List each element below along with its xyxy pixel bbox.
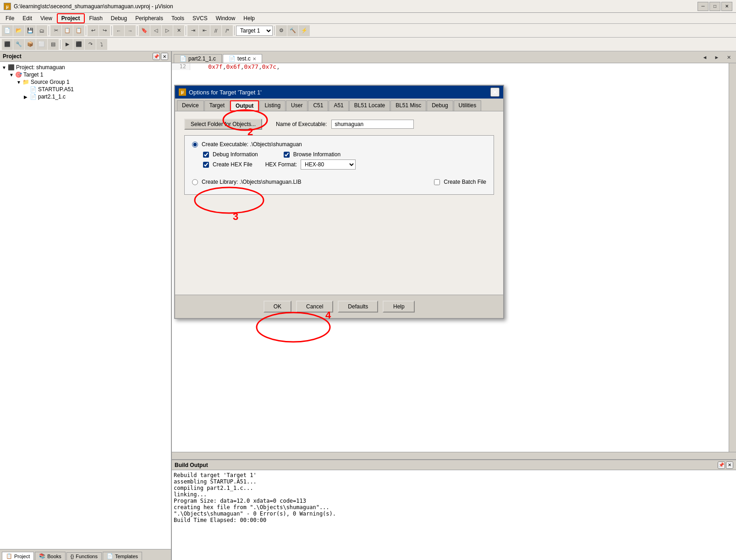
clear-bookmark-btn[interactable]: ✕ [173, 25, 184, 36]
uncomment-btn[interactable]: /* [222, 25, 233, 36]
help-button[interactable]: Help [383, 301, 415, 313]
menu-window[interactable]: Window [212, 13, 239, 23]
tree-root[interactable]: ▼ ⬛ Project: shumaguan [2, 64, 169, 71]
modal-close-button[interactable]: ✕ [490, 88, 500, 97]
editor-scroll-right[interactable]: ► [711, 52, 722, 63]
panel-pin-btn[interactable]: 📌 [153, 53, 160, 60]
cancel-button[interactable]: Cancel [296, 301, 333, 313]
modal-tab-c51[interactable]: C51 [308, 100, 328, 111]
modal-tab-bl51misc[interactable]: BL51 Misc [390, 100, 426, 111]
hex-format-select[interactable]: HEX-80 HEX-386 [301, 159, 356, 170]
save-btn[interactable]: 💾 [25, 25, 36, 36]
new-file-btn[interactable]: 📄 [2, 25, 13, 36]
open-file-btn[interactable]: 📂 [13, 25, 24, 36]
panel-close-btn[interactable]: ✕ [161, 53, 168, 60]
indent-btn[interactable]: ⇥ [187, 25, 198, 36]
modal-tab-device[interactable]: Device [177, 100, 204, 111]
menu-file[interactable]: File [2, 13, 18, 23]
defaults-button[interactable]: Defaults [338, 301, 378, 313]
hex-row: Create HEX File HEX Format: HEX-80 HEX-3… [203, 159, 486, 170]
bookmark-btn[interactable]: 🔖 [139, 25, 150, 36]
menu-tools[interactable]: Tools [168, 13, 188, 23]
checkbox-debug-label: Debug Information [213, 151, 258, 158]
toolbar2-btn2[interactable]: 🔧 [13, 39, 24, 50]
radio-lib[interactable] [192, 179, 198, 185]
editor-scroll-left[interactable]: ◄ [699, 52, 710, 63]
minimize-button[interactable]: ─ [698, 2, 709, 11]
menu-edit[interactable]: Edit [19, 13, 36, 23]
paste-btn[interactable]: 📋 [73, 25, 84, 36]
toolbar2-btn1[interactable]: ⬛ [2, 39, 13, 50]
toolbar2-btn5[interactable]: ▤ [48, 39, 59, 50]
menu-peripherals[interactable]: Peripherals [132, 13, 167, 23]
tab-books[interactable]: 📚 Books [35, 552, 66, 560]
comment-btn[interactable]: // [210, 25, 221, 36]
vertical-scrollbar[interactable] [729, 63, 736, 452]
tree-root-label: Project: shumaguan [16, 64, 65, 71]
root-icon: ⬛ [8, 64, 15, 71]
ok-button[interactable]: OK [264, 301, 291, 313]
flash-btn[interactable]: ⚡ [299, 25, 310, 36]
build-output-close[interactable]: ✕ [726, 461, 733, 469]
save-all-btn[interactable]: 🗂 [36, 25, 47, 36]
radio-exec[interactable] [192, 142, 198, 148]
close-button[interactable]: ✕ [721, 2, 732, 11]
prev-bookmark-btn[interactable]: ◁ [150, 25, 161, 36]
step-btn[interactable]: ↷ [85, 39, 96, 50]
menu-project[interactable]: Project [57, 13, 85, 23]
modal-tab-listing[interactable]: Listing [259, 100, 286, 111]
stop-btn[interactable]: ⬛ [73, 39, 84, 50]
target-select[interactable]: Target 1 [236, 26, 273, 36]
maximize-button[interactable]: □ [709, 2, 720, 11]
checkbox-create-hex[interactable] [203, 162, 209, 168]
tab-templates[interactable]: 📄 Templates [103, 552, 142, 560]
editor-tab-part-label: part2.1_1.c [188, 55, 216, 62]
editor-tab-close[interactable]: ✕ [253, 56, 256, 61]
checkbox-debug-info[interactable] [203, 152, 209, 158]
tab-books-icon: 📚 [39, 553, 45, 559]
menu-debug[interactable]: Debug [107, 13, 131, 23]
checkbox-browse-info[interactable] [284, 152, 290, 158]
modal-tab-bl51locate[interactable]: BL51 Locate [349, 100, 390, 111]
run-btn[interactable]: ▶ [62, 39, 73, 50]
tree-file-startup[interactable]: 📄 STARTUP.A51 [2, 86, 169, 93]
modal-tab-utilities[interactable]: Utilities [454, 100, 482, 111]
stepover-btn[interactable]: ⤵ [96, 39, 107, 50]
redo-btn[interactable]: ↪ [99, 25, 110, 36]
unindent-btn[interactable]: ⇤ [199, 25, 210, 36]
tree-file-part[interactable]: ▶ 📄 part2.1_1.c [2, 93, 169, 100]
modal-tab-target[interactable]: Target [204, 100, 230, 111]
tree-target[interactable]: ▼ 🎯 Target 1 [2, 71, 169, 78]
editor-tab-part[interactable]: 📄 part2.1_1.c [174, 54, 222, 63]
menu-view[interactable]: View [37, 13, 56, 23]
tab-functions[interactable]: {} Functions [66, 552, 102, 560]
modal-tab-debug[interactable]: Debug [427, 100, 453, 111]
editor-tab-test[interactable]: 📄 test.c ✕ [223, 54, 262, 63]
menu-help[interactable]: Help [240, 13, 258, 23]
radio-spacer [192, 171, 486, 179]
build-btn[interactable]: ⚙ [276, 25, 287, 36]
undo-btn[interactable]: ↩ [88, 25, 99, 36]
name-input[interactable] [331, 120, 414, 129]
copy-btn[interactable]: 📋 [62, 25, 73, 36]
modal-tab-a51[interactable]: A51 [329, 100, 348, 111]
editor-tab-test-label: test.c [237, 55, 251, 62]
build-output-pin[interactable]: 📌 [718, 461, 725, 469]
editor-close-all[interactable]: ✕ [723, 52, 734, 63]
tree-group[interactable]: ▼ 📁 Source Group 1 [2, 78, 169, 86]
select-folder-button[interactable]: Select Folder for Objects... [184, 119, 262, 130]
horizontal-scrollbar[interactable] [172, 452, 736, 459]
menu-svcs[interactable]: SVCS [189, 13, 211, 23]
nav-back-btn[interactable]: ← [113, 25, 124, 36]
toolbar2-btn4[interactable]: ⬜ [36, 39, 47, 50]
toolbar2-btn3[interactable]: 📦 [25, 39, 36, 50]
cut-btn[interactable]: ✂ [50, 25, 61, 36]
tab-project[interactable]: 📋 Project [2, 552, 34, 560]
menu-flash[interactable]: Flash [86, 13, 106, 23]
rebuild-btn[interactable]: 🔨 [287, 25, 298, 36]
modal-tab-output[interactable]: Output [230, 100, 259, 111]
checkbox-batch[interactable] [434, 179, 440, 185]
nav-fwd-btn[interactable]: → [125, 25, 136, 36]
modal-tab-user[interactable]: User [286, 100, 308, 111]
next-bookmark-btn[interactable]: ▷ [162, 25, 173, 36]
